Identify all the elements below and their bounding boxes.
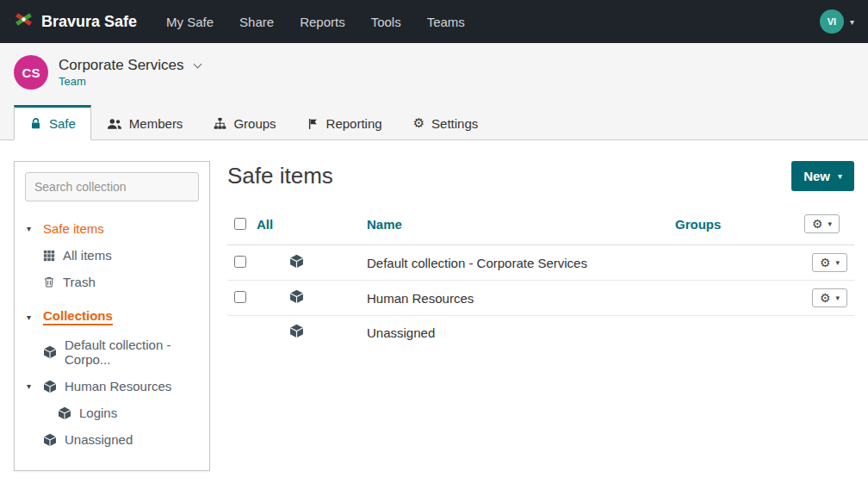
tab-bar: Safe Members Groups Reporting ⚙ Settings (0, 105, 868, 140)
caret-down-icon: ▾ (828, 220, 833, 228)
table-header-row: All Name Groups ⚙ ▾ (227, 203, 854, 245)
cube-icon (58, 406, 71, 420)
new-button[interactable]: New ▾ (791, 161, 854, 191)
gear-icon: ⚙ (820, 292, 831, 304)
brand[interactable]: Bravura Safe (14, 9, 137, 34)
collection-name[interactable]: Default collection - Corporate Services (367, 256, 587, 270)
sidebar-item-default-collection[interactable]: Default collection - Corpo... (25, 331, 199, 373)
caret-down-icon[interactable]: ▾ (27, 313, 35, 322)
tab-groups-label: Groups (233, 116, 276, 131)
nav-item-teams[interactable]: Teams (427, 15, 465, 29)
nav-item-share[interactable]: Share (239, 15, 274, 29)
top-navbar: Bravura Safe My Safe Share Reports Tools… (0, 0, 868, 43)
sidebar-item-label: Safe items (43, 221, 104, 236)
main-nav: My Safe Share Reports Tools Teams (166, 15, 465, 29)
tab-groups[interactable]: Groups (198, 105, 291, 140)
cube-icon (43, 345, 57, 359)
nav-item-my-safe[interactable]: My Safe (166, 15, 214, 29)
table-row: Default collection - Corporate Services … (227, 245, 854, 281)
gear-icon: ⚙ (812, 218, 823, 230)
sidebar-item-unassigned[interactable]: Unassigned (25, 426, 199, 453)
cube-icon (43, 380, 57, 393)
collection-name[interactable]: Human Resources (367, 291, 474, 306)
header-name: Name (360, 203, 668, 245)
search-input[interactable] (25, 172, 199, 201)
caret-down-icon: ▾ (838, 171, 842, 181)
row-options-button[interactable]: ⚙ ▾ (812, 253, 847, 272)
row-checkbox[interactable] (234, 291, 246, 303)
row-checkbox[interactable] (234, 256, 246, 268)
tab-reporting[interactable]: Reporting (292, 105, 398, 140)
select-all-checkbox[interactable] (234, 218, 246, 230)
user-avatar[interactable]: VI (820, 9, 844, 34)
sidebar-item-collections[interactable]: ▾ Collections (25, 302, 199, 331)
safe-items-table: All Name Groups ⚙ ▾ (227, 203, 854, 349)
flag-icon (307, 118, 319, 130)
cube-icon (289, 326, 304, 341)
trash-icon (43, 276, 55, 288)
tab-settings-label: Settings (431, 116, 478, 131)
nav-item-tools[interactable]: Tools (371, 15, 401, 29)
main-panel: Safe items New ▾ All Name Groups (227, 161, 854, 349)
collection-tree: ▾ Safe items All items Trash ▾ Collectio… (25, 215, 199, 453)
sidebar-item-label: Trash (63, 275, 96, 289)
users-icon (107, 118, 122, 130)
sidebar-item-logins[interactable]: Logins (25, 399, 199, 426)
account-menu[interactable]: VI ▾ (820, 9, 854, 34)
sidebar-item-human-resources[interactable]: ▾ Human Resources (25, 373, 199, 399)
gear-icon: ⚙ (413, 117, 425, 130)
sidebar-item-label: Collections (43, 308, 113, 325)
content-area: ▾ Safe items All items Trash ▾ Collectio… (0, 140, 868, 471)
sidebar-item-safe-items[interactable]: ▾ Safe items (25, 215, 199, 242)
brand-logo-icon (14, 9, 34, 34)
tab-reporting-label: Reporting (326, 116, 382, 131)
cube-icon (43, 433, 57, 447)
caret-down-icon: ▾ (835, 258, 840, 267)
header-groups: Groups (668, 203, 797, 245)
new-button-label: New (803, 169, 830, 183)
sitemap-icon (214, 117, 226, 130)
team-subtitle: Team (59, 75, 201, 88)
sidebar-item-label: Unassigned (65, 432, 133, 447)
tab-safe-label: Safe (49, 116, 76, 131)
gear-icon: ⚙ (820, 257, 831, 269)
row-options-button[interactable]: ⚙ ▾ (812, 288, 847, 307)
team-info: CS Corporate Services Team (0, 43, 868, 90)
tab-members-label: Members (129, 116, 183, 131)
team-switcher-chevron-icon[interactable] (193, 59, 202, 68)
caret-down-icon[interactable]: ▾ (27, 381, 35, 391)
tab-settings[interactable]: ⚙ Settings (398, 105, 494, 140)
caret-down-icon: ▾ (835, 294, 840, 302)
grid-icon (43, 250, 55, 262)
team-title: Corporate Services (59, 57, 184, 74)
sidebar-item-trash[interactable]: Trash (25, 269, 199, 295)
brand-name: Bravura Safe (41, 13, 137, 31)
sidebar-item-label: All items (63, 248, 112, 263)
team-header-band: CS Corporate Services Team Safe Members (0, 43, 868, 140)
cube-icon (289, 257, 304, 271)
cube-icon (289, 292, 304, 307)
collection-name[interactable]: Unassigned (367, 325, 435, 340)
page-title: Safe items (227, 163, 333, 189)
sidebar-item-all-items[interactable]: All items (25, 242, 199, 269)
account-caret-icon: ▾ (850, 17, 854, 27)
sidebar-item-label: Logins (79, 406, 117, 420)
sidebar-item-label: Human Resources (65, 379, 171, 393)
table-options-button[interactable]: ⚙ ▾ (804, 214, 840, 233)
sidebar-item-label: Default collection - Corpo... (65, 337, 197, 367)
table-row: Unassigned (227, 316, 854, 350)
nav-item-reports[interactable]: Reports (300, 15, 345, 29)
header-all: All (257, 217, 273, 232)
lock-icon (29, 117, 42, 130)
caret-down-icon[interactable]: ▾ (27, 224, 35, 233)
tab-members[interactable]: Members (91, 105, 199, 140)
table-row: Human Resources ⚙ ▾ (227, 281, 854, 316)
collections-sidebar: ▾ Safe items All items Trash ▾ Collectio… (14, 161, 210, 471)
tab-safe[interactable]: Safe (14, 105, 91, 140)
team-avatar: CS (14, 55, 48, 90)
